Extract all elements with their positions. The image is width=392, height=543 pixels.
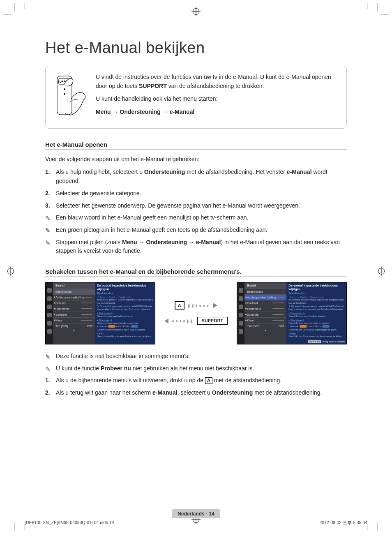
tv-bullet-desc: Geschikt om films in een donkere kamer t…	[288, 335, 344, 338]
tv-detail-bullet: • Film	[288, 332, 344, 335]
text: met de afstandsbediening. Het venster	[185, 169, 286, 175]
tv-screenshot-right: Beeld Beeldmodus Achtergrondverlichting …	[237, 282, 347, 344]
step-item: Als u terug wilt gaan naar het scherm e-…	[45, 388, 347, 397]
tv-detail-note: ✎ Bij aansluiting op een pc via de HDMI/…	[97, 305, 153, 312]
crop-mark	[3, 14, 11, 14]
section1-lead: Voer de volgende stappen uit om het e-Ma…	[45, 155, 347, 164]
tv-bullet-desc: Geschikt om vermoeide ogen tegen te gaan…	[288, 328, 344, 332]
text: Stappen met pijlen (zoals	[56, 239, 122, 245]
tv-bullet-desc: Geschikt om films in een donkere kamer t…	[97, 335, 153, 338]
registration-mark-left	[7, 268, 14, 275]
tv-menu-item: Contrast	[53, 300, 95, 306]
nav-icon	[239, 296, 243, 301]
tv-detail-title: De vooraf ingestelde beeldmodus wijzigen	[97, 284, 153, 291]
tv-menu-title: Beeld	[53, 282, 95, 289]
key-a-icon: A	[205, 377, 212, 384]
text-bold: e-Manual	[287, 169, 312, 175]
tv-detail-bullet: • Standaard	[97, 319, 153, 322]
intro-line1-post: van de afstandsbediening te drukken.	[167, 83, 264, 89]
page: Het e-Manual bekijken SUPPORT	[0, 0, 392, 543]
text: , selecteert u	[178, 389, 212, 396]
crop-mark	[14, 522, 14, 530]
frame-guide	[25, 3, 25, 9]
registration-mark-right	[378, 268, 385, 275]
svg-point-3	[64, 93, 65, 95]
tv-menu-item: Scherpte	[244, 312, 286, 317]
intro-text: U vindt de instructies over de functies …	[96, 73, 339, 121]
tv-menu-item: Tint (G/R)G50	[244, 323, 286, 329]
tv-menu-item: Beeldmodus	[53, 289, 95, 294]
note-item: Een groen pictogram in het e-Manual geef…	[45, 226, 347, 235]
tv-detail-tab-active: Beeldmodus	[97, 292, 113, 295]
print-footer-line: [UE6100-XN_ZF]BN68-04093Q-01L04.indb 14 …	[25, 520, 367, 526]
tv-detail-bullet: • Standaard	[288, 319, 344, 322]
note-item: Deze functie is niet beschikbaar in somm…	[45, 352, 347, 361]
section1-steps: Als u hulp nodig hebt, selecteert u Onde…	[45, 168, 347, 210]
nav-icon	[239, 321, 243, 326]
nav-icon	[47, 296, 52, 301]
tv-menu-item: Achtergrondverlichting	[53, 294, 95, 300]
tv-detail-bullet: • Dynamisch	[97, 312, 153, 315]
text: niet gebruiken als het menu niet beschik…	[131, 365, 254, 372]
tv-bullet-desc: Geschikt voor een normale omgeving.	[97, 322, 153, 325]
key-support-icon: SUPPORT	[197, 317, 228, 325]
dots-icon: ●●●●▮▮	[172, 319, 194, 323]
tv-detail-bullet: • Natural voor LED-tv	[97, 325, 153, 328]
tv-detail-note: ✎ Bij aansluiting op een pc via de HDMI/…	[288, 305, 344, 312]
nav-icon	[239, 288, 243, 293]
step-item: Selecteer de gewenste categorie.	[45, 189, 347, 198]
arrow-left-icon	[164, 319, 168, 323]
text: Als u hulp nodig hebt, selecteert u	[56, 169, 144, 175]
arrow-forward-row: A ▮▮●●●●	[175, 301, 218, 310]
crop-mark	[14, 3, 14, 11]
tv-menu-column: Beeld Beeldmodus Achtergrondverlichting …	[244, 282, 286, 344]
tv-screenshot-left: Beeld Beeldmodus Achtergrondverlichting …	[45, 282, 155, 344]
section2-notes: Deze functie is niet beschikbaar in somm…	[45, 352, 347, 373]
text-bold: Probeer nu	[101, 365, 131, 372]
tv-detail-desc: Beeldmodi passen vooraf ingestelde aanpa…	[288, 298, 344, 305]
section2-steps: Als u de bijbehorende menu's wilt uitvoe…	[45, 376, 347, 397]
text: Als u de bijbehorende menu's wilt uitvoe…	[56, 377, 205, 384]
intro-line1-key: SUPPORT	[139, 83, 167, 89]
content-area: Het e-Manual bekijken SUPPORT	[25, 12, 367, 397]
tv-bullet-desc: Geschikt voor een heldere kamer.	[97, 315, 153, 318]
tv-bullet-desc: Geschikt voor een heldere kamer.	[288, 315, 344, 318]
arrow-back-row: ●●●●▮▮ SUPPORT	[164, 317, 228, 325]
text: Als u terug wilt gaan naar het scherm	[56, 389, 152, 396]
tv-menu-item: Tint (G/R)G50	[53, 323, 95, 329]
frame-guide	[367, 3, 367, 9]
section2-heading: Schakelen tussen het e-Manual en de bijb…	[45, 268, 347, 277]
key-a-icon: A	[175, 301, 184, 310]
section1-heading: Het e-Manual openen	[45, 141, 347, 150]
tv-menu-item: Contrast	[244, 300, 286, 306]
crop-mark	[378, 522, 378, 530]
tv-menu-item: Helderheid	[53, 306, 95, 312]
tv-bullet-desc: Geschikt om vermoeide ogen tegen te gaan…	[97, 328, 153, 332]
note-item: U kunt de functie Probeer nu niet gebrui…	[45, 364, 347, 373]
text-bold: Ondersteuning	[212, 389, 253, 396]
print-timestamp: 2012-08-02 오후 5:35:04	[319, 520, 367, 526]
nav-icon	[47, 288, 52, 293]
nav-icon	[47, 313, 52, 317]
tv-icon-column	[46, 282, 53, 344]
tv-detail-panel: De vooraf ingestelde beeldmodus wijzigen…	[95, 282, 155, 344]
arrow-right-icon	[213, 303, 217, 308]
tv-detail-title: De vooraf ingestelde beeldmodus wijzigen	[288, 284, 344, 291]
crop-mark	[378, 3, 378, 11]
tv-action-bar: SUPPORTTerug naar e-Manual	[308, 340, 345, 343]
tv-detail-bullet: • Film	[97, 332, 153, 335]
tv-comparison-row: Beeld Beeldmodus Achtergrondverlichting …	[45, 282, 347, 344]
tv-menu-item: Kleur	[53, 317, 95, 323]
tv-detail-bullet: • Natural voor LED-tv	[288, 325, 344, 328]
tv-menu-item: Helderheid	[244, 306, 286, 312]
crop-mark	[3, 519, 11, 519]
tv-detail-desc: Beeldmodi passen vooraf ingestelde aanpa…	[97, 298, 153, 305]
svg-point-2	[64, 88, 65, 90]
remote-illustration: SUPPORT	[53, 73, 88, 120]
step-item: Als u de bijbehorende menu's wilt uitvoe…	[45, 376, 347, 385]
step-item: Als u hulp nodig hebt, selecteert u Onde…	[45, 168, 347, 185]
dots-icon: ▮▮●●●●	[188, 303, 210, 308]
tv-menu-column: Beeld Beeldmodus Achtergrondverlichting …	[53, 282, 95, 344]
note-item: Een blauw woord in het e-Manual geeft ee…	[45, 213, 347, 222]
tv-menu-scroll-indicator: ▾	[244, 329, 286, 332]
